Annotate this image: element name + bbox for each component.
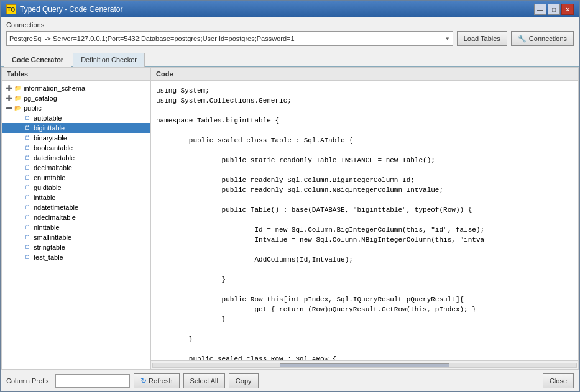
title-buttons: — □ ✕ <box>534 4 574 15</box>
label-stringtable: stringtable <box>34 244 65 251</box>
refresh-button[interactable]: ↻ Refresh <box>134 373 180 388</box>
close-button[interactable]: Close <box>543 373 574 388</box>
tree-node-ndatetimetable[interactable]: 🗒 ndatetimetable <box>2 203 150 212</box>
folder-icon-public: 📂 <box>13 104 22 112</box>
tree-node-stringtable[interactable]: 🗒 stringtable <box>2 242 150 252</box>
tabs-row: Code Generator Definition Checker <box>1 50 579 67</box>
refresh-icon: ↻ <box>140 376 147 385</box>
title-bar-left: TQ Typed Query - Code Generator <box>6 4 122 14</box>
connection-dropdown[interactable]: PostgreSql -> Server=127.0.0.1;Port=5432… <box>6 31 453 46</box>
label-decimaltable: decimaltable <box>34 164 72 171</box>
dropdown-arrow-icon: ▼ <box>445 36 450 42</box>
tree-node-inttable[interactable]: 🗒 inttable <box>2 193 150 203</box>
tab-definition-checker-label: Definition Checker <box>81 56 137 63</box>
tree-node-enumtable[interactable]: 🗒 enumtable <box>2 173 150 183</box>
app-icon: TQ <box>6 4 16 14</box>
connections-label: Connections <box>529 35 567 42</box>
title-bar: TQ Typed Query - Code Generator — □ ✕ <box>1 1 579 17</box>
table-icon-decimaltable: 🗒 <box>23 163 32 172</box>
label-public: public <box>24 104 42 112</box>
close-window-button[interactable]: ✕ <box>561 4 574 15</box>
connections-icon: 🔧 <box>518 35 527 43</box>
tab-definition-checker[interactable]: Definition Checker <box>73 53 145 67</box>
tree-node-test-table[interactable]: 🗒 test_table <box>2 252 150 262</box>
connections-section: Connections PostgreSql -> Server=127.0.0… <box>1 17 579 50</box>
maximize-button[interactable]: □ <box>548 4 560 15</box>
label-ninttable: ninttable <box>34 224 60 231</box>
label-booleantable: booleantable <box>34 144 73 152</box>
label-biginttable: biginttable <box>34 124 65 132</box>
copy-label: Copy <box>236 377 252 385</box>
main-content: Tables ➕ 📁 information_schema ➕ 📁 pg_cat… <box>1 67 579 370</box>
tree-node-public[interactable]: ➖ 📂 public <box>2 103 150 113</box>
select-all-label: Select All <box>190 377 218 385</box>
label-ndecimaltable: ndecimaltable <box>34 214 76 221</box>
expander-public: ➖ <box>4 104 13 112</box>
tree-node-autotable[interactable]: 🗒 autotable <box>2 113 150 123</box>
tree-node-biginttable[interactable]: 🗒 biginttable <box>2 123 150 133</box>
connections-button[interactable]: 🔧 Connections <box>511 31 574 46</box>
label-information-schema: information_schema <box>24 84 85 92</box>
tab-code-generator[interactable]: Code Generator <box>4 53 71 67</box>
connections-section-label: Connections <box>6 21 574 29</box>
refresh-label: Refresh <box>149 377 173 385</box>
table-icon-inttable: 🗒 <box>23 193 32 202</box>
column-prefix-label: Column Prefix <box>6 377 49 385</box>
column-prefix-input[interactable] <box>55 374 130 388</box>
table-icon-enumtable: 🗒 <box>23 173 32 182</box>
folder-icon-pg-catalog: 📁 <box>13 94 22 103</box>
hscroll-track[interactable] <box>152 363 577 368</box>
expander-pg-catalog: ➕ <box>4 94 13 103</box>
table-icon-ndatetimetable: 🗒 <box>23 203 32 212</box>
label-test-table: test_table <box>34 253 63 261</box>
connections-row: PostgreSql -> Server=127.0.0.1;Port=5432… <box>6 31 574 46</box>
minimize-button[interactable]: — <box>534 4 546 15</box>
tree-node-booleantable[interactable]: 🗒 booleantable <box>2 143 150 153</box>
close-label: Close <box>550 377 567 385</box>
right-panel: Code using System; using System.Collecti… <box>151 68 578 369</box>
table-icon-binarytable: 🗒 <box>23 134 32 142</box>
label-guidtable: guidtable <box>34 184 62 191</box>
expander-information-schema: ➕ <box>4 84 13 93</box>
main-window: TQ Typed Query - Code Generator — □ ✕ Co… <box>0 0 580 392</box>
table-icon-datetimetable: 🗒 <box>23 153 32 162</box>
hscroll-thumb[interactable] <box>280 363 449 367</box>
tree-node-information-schema[interactable]: ➕ 📁 information_schema <box>2 83 150 93</box>
table-icon-stringtable: 🗒 <box>23 243 32 252</box>
label-pg-catalog: pg_catalog <box>24 94 57 102</box>
horizontal-scrollbar[interactable] <box>151 360 578 369</box>
tree-node-smallinttable[interactable]: 🗒 smallinttable <box>2 232 150 242</box>
left-panel: Tables ➕ 📁 information_schema ➕ 📁 pg_cat… <box>2 68 151 369</box>
table-icon-booleantable: 🗒 <box>23 144 32 152</box>
select-all-button[interactable]: Select All <box>183 373 225 388</box>
table-icon-guidtable: 🗒 <box>23 183 32 192</box>
tree-node-guidtable[interactable]: 🗒 guidtable <box>2 183 150 193</box>
label-enumtable: enumtable <box>34 174 65 181</box>
tree-node-decimaltable[interactable]: 🗒 decimaltable <box>2 163 150 173</box>
tree-node-binarytable[interactable]: 🗒 binarytable <box>2 133 150 143</box>
tab-code-generator-label: Code Generator <box>12 56 63 63</box>
window-title: Typed Query - Code Generator <box>20 5 122 14</box>
label-binarytable: binarytable <box>34 134 67 142</box>
label-inttable: inttable <box>34 194 55 201</box>
tree-node-datetimetable[interactable]: 🗒 datetimetable <box>2 153 150 163</box>
label-ndatetimetable: ndatetimetable <box>34 204 78 211</box>
table-icon-ninttable: 🗒 <box>23 223 32 232</box>
table-icon-test-table: 🗒 <box>23 253 32 262</box>
code-panel-header: Code <box>151 68 578 81</box>
tree-view[interactable]: ➕ 📁 information_schema ➕ 📁 pg_catalog ➖ … <box>2 81 150 369</box>
table-icon-ndecimaltable: 🗒 <box>23 213 32 222</box>
label-autotable: autotable <box>34 114 62 122</box>
load-tables-label: Load Tables <box>464 35 500 42</box>
label-smallinttable: smallinttable <box>34 234 71 241</box>
connection-value: PostgreSql -> Server=127.0.0.1;Port=5432… <box>9 35 295 42</box>
code-display[interactable]: using System; using System.Collections.G… <box>151 81 578 360</box>
tree-node-pg-catalog[interactable]: ➕ 📁 pg_catalog <box>2 93 150 103</box>
tree-node-ninttable[interactable]: 🗒 ninttable <box>2 222 150 232</box>
table-icon-autotable: 🗒 <box>23 114 32 122</box>
tree-node-ndecimaltable[interactable]: 🗒 ndecimaltable <box>2 212 150 222</box>
folder-icon-information-schema: 📁 <box>13 84 22 93</box>
tables-panel-header: Tables <box>2 68 150 81</box>
load-tables-button[interactable]: Load Tables <box>457 31 507 46</box>
copy-button[interactable]: Copy <box>229 373 259 388</box>
